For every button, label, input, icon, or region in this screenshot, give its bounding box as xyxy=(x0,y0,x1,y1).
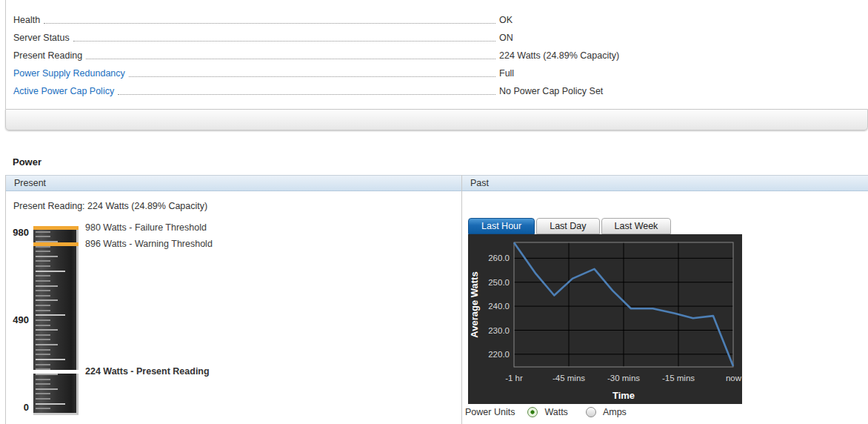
power-panel: Present Present Reading: 224 Watts (24.8… xyxy=(5,175,868,424)
gauge-tick xyxy=(36,280,50,282)
gauge-tick xyxy=(36,256,58,257)
tab-last-hour[interactable]: Last Hour xyxy=(468,218,535,234)
gauge-tick xyxy=(36,285,58,287)
gauge-marker-bar xyxy=(33,242,79,246)
gauge-scale-label: 980 xyxy=(6,227,29,238)
svg-text:Average Watts: Average Watts xyxy=(469,271,480,337)
dotted-leader xyxy=(44,23,495,24)
gauge-marker-bar xyxy=(33,226,79,230)
watts-radio-button[interactable] xyxy=(527,407,538,417)
gauge-tick xyxy=(36,393,50,394)
dotted-leader xyxy=(86,59,495,59)
svg-text:-1 hr: -1 hr xyxy=(505,374,523,382)
gauge-tick xyxy=(36,275,50,276)
gauge-tick xyxy=(36,408,50,409)
server-status-panel: Health OK Server Status ON Present Readi… xyxy=(5,0,868,109)
gauge-tick xyxy=(36,379,50,380)
gauge-tick xyxy=(36,344,58,345)
gauge-tick xyxy=(36,295,50,297)
power-section-title: Power xyxy=(13,156,868,168)
health-value: OK xyxy=(499,15,868,25)
gauge-tick xyxy=(36,329,58,331)
panel-footer-bar xyxy=(5,109,868,130)
past-panel-body: Last Hour Last Day Last Week 220.0230.02… xyxy=(462,191,868,424)
present-panel-header: Present xyxy=(6,175,461,191)
svg-text:250.0: 250.0 xyxy=(488,278,510,287)
active-power-cap-policy-value: No Power Cap Policy Set xyxy=(499,86,868,96)
gauge-tick xyxy=(36,403,65,405)
gauge-tick xyxy=(36,271,65,272)
power-units-row: Power Units Watts Amps xyxy=(465,407,644,417)
status-row-active-power-cap-policy: Active Power Cap Policy No Power Cap Pol… xyxy=(13,82,868,100)
svg-text:-30 mins: -30 mins xyxy=(607,374,640,382)
gauge-tick xyxy=(36,383,50,385)
gauge-tick xyxy=(36,364,50,365)
present-panel: Present Present Reading: 224 Watts (24.8… xyxy=(6,175,461,424)
server-status-label: Server Status xyxy=(13,33,70,43)
gauge-tick xyxy=(36,319,50,321)
present-reading-value: 224 Watts (24.89% Capacity) xyxy=(499,50,868,61)
gauge-marker-label: 980 Watts - Failure Threshold xyxy=(85,222,207,233)
status-row-power-supply-redundancy: Power Supply Redundancy Full xyxy=(13,64,868,82)
tab-last-day[interactable]: Last Day xyxy=(536,218,599,234)
gauge-tick xyxy=(36,231,50,233)
dotted-leader xyxy=(73,41,495,42)
gauge-scale-label: 490 xyxy=(6,314,29,325)
gauge-scale-label: 0 xyxy=(6,402,29,413)
status-row-server-status: Server Status ON xyxy=(13,29,868,47)
gauge-tick xyxy=(36,349,50,351)
gauge-tick xyxy=(36,388,58,390)
svg-text:260.0: 260.0 xyxy=(488,254,510,262)
tab-last-week[interactable]: Last Week xyxy=(601,218,672,234)
gauge-tick xyxy=(36,236,50,237)
power-units-label: Power Units xyxy=(465,407,515,417)
gauge-tick xyxy=(36,354,50,355)
gauge-tick xyxy=(36,339,50,340)
amps-radio-button[interactable] xyxy=(586,407,596,417)
dotted-leader xyxy=(118,94,495,95)
power-supply-redundancy-link[interactable]: Power Supply Redundancy xyxy=(13,68,125,79)
status-row-health: Health OK xyxy=(13,11,868,29)
gauge-tick xyxy=(36,246,50,248)
gauge-marker-label: 224 Watts - Present Reading xyxy=(85,366,210,377)
chart-canvas: 220.0230.0240.0250.0260.0-1 hr-45 mins-3… xyxy=(468,234,742,404)
past-panel: Past Last Hour Last Day Last Week 220.02… xyxy=(461,175,868,424)
past-panel-header: Past xyxy=(462,175,868,191)
power-gauge-meter xyxy=(33,226,79,415)
average-watts-chart: 220.0230.0240.0250.0260.0-1 hr-45 mins-3… xyxy=(468,234,742,404)
svg-text:240.0: 240.0 xyxy=(488,302,510,311)
gauge-tick xyxy=(36,334,50,336)
gauge-tick xyxy=(36,314,65,316)
gauge-tick xyxy=(36,359,65,360)
amps-radio-option[interactable]: Amps xyxy=(586,407,627,417)
svg-text:now: now xyxy=(726,374,742,382)
svg-text:-45 mins: -45 mins xyxy=(552,374,585,382)
gauge-tick xyxy=(36,260,50,262)
history-tabs: Last Hour Last Day Last Week xyxy=(468,218,671,234)
svg-text:Time: Time xyxy=(612,390,635,401)
watts-radio-option[interactable]: Watts xyxy=(527,407,567,417)
present-reading-line: Present Reading: 224 Watts (24.89% Capac… xyxy=(13,201,207,211)
server-status-value: ON xyxy=(499,33,868,43)
gauge-tick xyxy=(36,305,50,306)
health-label: Health xyxy=(13,15,40,25)
gauge-marker-label: 896 Watts - Warning Threshold xyxy=(85,239,213,249)
svg-text:-15 mins: -15 mins xyxy=(662,374,695,382)
gauge-tick xyxy=(36,325,50,326)
dotted-leader xyxy=(129,76,495,77)
present-panel-body: Present Reading: 224 Watts (24.89% Capac… xyxy=(6,191,461,424)
gauge-tick xyxy=(36,251,50,252)
present-reading-label: Present Reading xyxy=(13,50,82,61)
status-row-present-reading: Present Reading 224 Watts (24.89% Capaci… xyxy=(13,47,868,64)
watts-radio-label: Watts xyxy=(544,407,567,417)
gauge-tick xyxy=(36,299,58,301)
svg-text:230.0: 230.0 xyxy=(488,326,510,335)
gauge-tick xyxy=(36,398,50,400)
gauge-tick xyxy=(36,290,50,291)
active-power-cap-policy-link[interactable]: Active Power Cap Policy xyxy=(13,86,114,96)
gauge-tick xyxy=(36,310,50,311)
amps-radio-label: Amps xyxy=(603,407,627,417)
power-supply-redundancy-value: Full xyxy=(499,68,868,79)
gauge-tick xyxy=(36,265,50,267)
gauge-tick xyxy=(36,374,58,375)
